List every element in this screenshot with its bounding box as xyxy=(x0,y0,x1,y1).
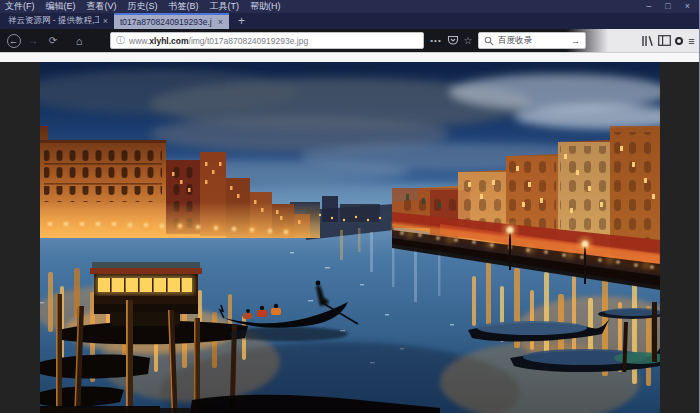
back-icon: ← xyxy=(9,36,18,46)
page-actions-button[interactable]: ••• xyxy=(428,29,444,52)
reload-icon: ⟳ xyxy=(49,35,57,46)
sidebar-icon xyxy=(658,35,671,46)
extension-circle-icon xyxy=(675,37,683,45)
bookmark-star-icon: ☆ xyxy=(464,35,473,46)
forward-icon: → xyxy=(28,35,38,46)
content-area xyxy=(0,62,699,413)
menu-help[interactable]: 帮助(H) xyxy=(250,0,281,13)
pocket-icon xyxy=(447,35,459,46)
search-icon xyxy=(484,36,494,46)
tab-close-icon[interactable]: × xyxy=(103,16,108,26)
page-actions-icon: ••• xyxy=(430,36,441,45)
maximize-button[interactable]: □ xyxy=(665,0,670,13)
tab-title: t017a8708240919293e.jpg xyxy=(120,17,212,27)
sidebar-button[interactable] xyxy=(656,29,672,52)
tab-bar: 祥云资源网 - 提供教程,工具,源码 × t017a8708240919293e… xyxy=(0,13,699,29)
menu-view[interactable]: 查看(V) xyxy=(87,0,117,13)
home-icon: ⌂ xyxy=(76,35,83,47)
new-tab-button[interactable]: + xyxy=(229,13,254,29)
search-go-icon[interactable]: → xyxy=(571,36,580,46)
tab-image-jpg[interactable]: t017a8708240919293e.jpg × xyxy=(114,13,229,29)
menu-history[interactable]: 历史(S) xyxy=(128,0,158,13)
tab-title: 祥云资源网 - 提供教程,工具,源码 xyxy=(8,15,99,27)
site-info-icon[interactable]: ⓘ xyxy=(116,34,125,47)
search-input[interactable] xyxy=(498,36,567,46)
venice-photo-graphic xyxy=(40,62,660,413)
pocket-button[interactable] xyxy=(446,29,460,52)
menu-edit[interactable]: 编辑(E) xyxy=(46,0,76,13)
menu-bar: 文件(F) 编辑(E) 查看(V) 历史(S) 书签(B) 工具(T) 帮助(H… xyxy=(0,0,699,13)
menu-file[interactable]: 文件(F) xyxy=(5,0,35,13)
url-prefix: www. xyxy=(129,36,149,46)
forward-button[interactable]: → xyxy=(26,29,40,52)
library-icon xyxy=(641,35,654,47)
url-path: /img/t017a8708240919293e.jpg xyxy=(189,36,309,46)
app-menu-button[interactable]: ≡ xyxy=(685,29,698,52)
search-bar[interactable]: → xyxy=(478,32,586,49)
library-button[interactable] xyxy=(639,29,655,52)
url-domain: xlyhl.com xyxy=(149,36,188,46)
window-controls: – □ × xyxy=(646,0,690,13)
back-button[interactable]: ← xyxy=(5,29,22,52)
close-button[interactable]: × xyxy=(685,0,690,13)
tab-close-icon[interactable]: × xyxy=(218,17,223,27)
bookmark-button[interactable]: ☆ xyxy=(461,29,475,52)
tab-xiangyun-site[interactable]: 祥云资源网 - 提供教程,工具,源码 × xyxy=(2,13,114,29)
extension-circle-button[interactable] xyxy=(672,29,686,52)
venice-canal-photo[interactable] xyxy=(40,62,660,413)
minimize-button[interactable]: – xyxy=(646,0,651,13)
home-button[interactable]: ⌂ xyxy=(72,29,86,52)
browser-window: 文件(F) 编辑(E) 查看(V) 历史(S) 书签(B) 工具(T) 帮助(H… xyxy=(0,0,700,413)
menu-tools[interactable]: 工具(T) xyxy=(210,0,240,13)
url-text: www.xlyhl.com/img/t017a8708240919293e.jp… xyxy=(129,36,308,46)
hamburger-menu-icon: ≡ xyxy=(688,35,694,47)
navigation-toolbar: ← → ⟳ ⌂ ⓘ www.xlyhl.com/img/t017a8708240… xyxy=(0,29,699,52)
reload-button[interactable]: ⟳ xyxy=(46,29,60,52)
address-bar[interactable]: ⓘ www.xlyhl.com/img/t017a8708240919293e.… xyxy=(110,32,424,49)
menu-items: 文件(F) 编辑(E) 查看(V) 历史(S) 书签(B) 工具(T) 帮助(H… xyxy=(5,0,281,13)
menu-bookmarks[interactable]: 书签(B) xyxy=(169,0,199,13)
